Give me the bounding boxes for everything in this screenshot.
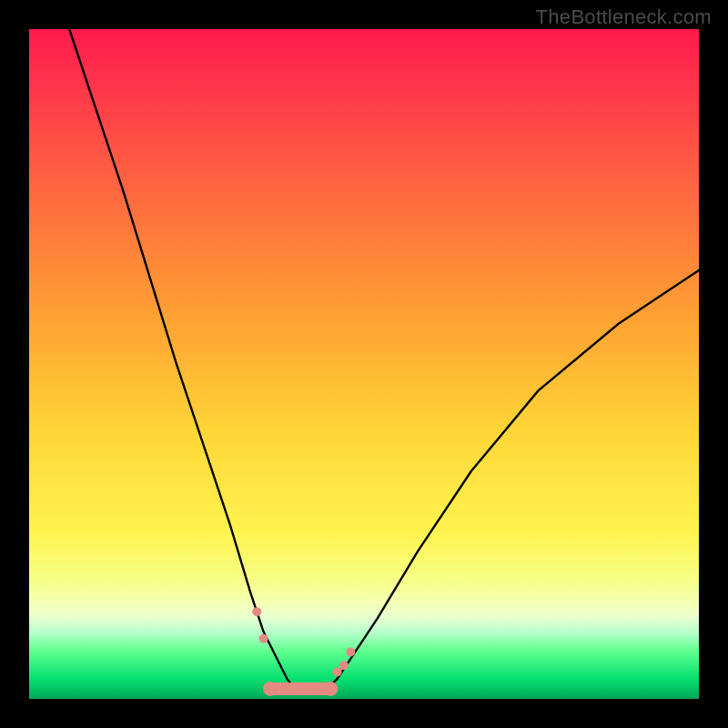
bottom-markers (252, 607, 355, 696)
watermark-text: TheBottleneck.com (536, 5, 712, 29)
left-branch-line (69, 29, 297, 693)
marker-dot (259, 634, 268, 643)
bar-end-knob (263, 682, 278, 696)
marker-dot (333, 668, 342, 677)
marker-dot (252, 607, 261, 616)
plot-area (29, 29, 699, 699)
chart-frame: TheBottleneck.com (0, 0, 728, 728)
bar-end-knob (323, 682, 338, 696)
curve-overlay (29, 29, 699, 699)
right-branch-line (324, 270, 699, 693)
marker-dot (339, 661, 349, 670)
marker-dot (346, 647, 355, 656)
